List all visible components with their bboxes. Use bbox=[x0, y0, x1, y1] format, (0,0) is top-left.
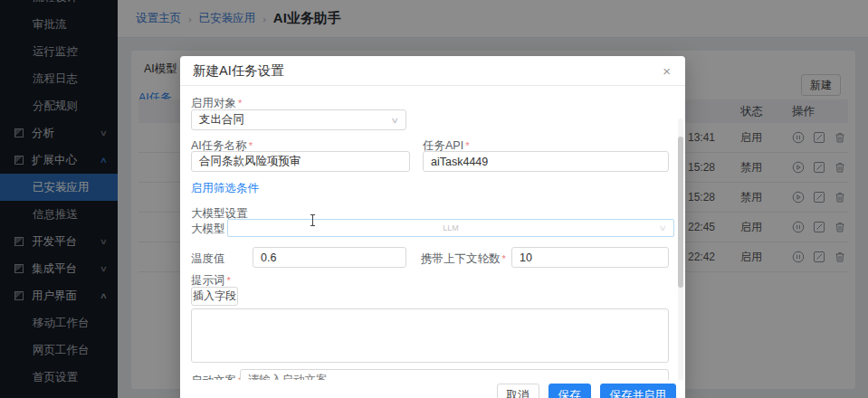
task-name-input[interactable] bbox=[191, 151, 410, 172]
save-button[interactable]: 保存 bbox=[548, 384, 591, 398]
text-cursor bbox=[312, 214, 313, 226]
modal-scrollbar-thumb[interactable] bbox=[678, 137, 683, 288]
close-icon[interactable]: × bbox=[663, 64, 671, 78]
temperature-label: 温度值 bbox=[191, 251, 225, 267]
field-label-text: 携带上下文轮数 bbox=[421, 252, 501, 265]
prompt-textarea[interactable] bbox=[191, 308, 669, 363]
insert-field-button[interactable]: 插入字段 bbox=[191, 287, 238, 306]
enable-target-select[interactable]: 支出合同 ∨ bbox=[191, 109, 406, 130]
context-rounds-input[interactable] bbox=[511, 247, 669, 268]
select-value: 支出合同 bbox=[199, 112, 244, 128]
new-ai-task-modal: 新建AI任务设置 × 启用对象* 支出合同 ∨ AI任务名称* 任务API* 启… bbox=[180, 56, 685, 398]
context-rounds-label: 携带上下文轮数* bbox=[421, 251, 506, 267]
required-mark: * bbox=[249, 140, 253, 151]
model-select[interactable]: LLM ∨ bbox=[227, 219, 674, 237]
model-label: 大模型* bbox=[191, 222, 231, 237]
model-select-value: LLM bbox=[443, 223, 459, 232]
required-mark: * bbox=[227, 275, 231, 286]
app-window: 流程设计 审批流 运行监控 流程日志 分配规则 分析 ∨ 扩展中心 ∧ 已安装应… bbox=[0, 0, 868, 398]
modal-body: 启用对象* 支出合同 ∨ AI任务名称* 任务API* 启用筛选条件 大模型设置… bbox=[180, 86, 685, 398]
field-label-text: AI任务名称 bbox=[191, 139, 247, 152]
required-mark: * bbox=[502, 253, 506, 264]
required-mark: * bbox=[465, 140, 469, 151]
enable-filter-link[interactable]: 启用筛选条件 bbox=[191, 181, 259, 196]
field-label-text: 大模型 bbox=[191, 223, 225, 235]
chevron-down-icon: ∨ bbox=[659, 223, 668, 232]
task-api-input[interactable] bbox=[423, 151, 669, 172]
field-label-text: 提示词 bbox=[191, 274, 225, 287]
modal-title: 新建AI任务设置 bbox=[193, 62, 284, 80]
field-label-text: 任务API bbox=[423, 139, 463, 152]
modal-header: 新建AI任务设置 × bbox=[180, 56, 685, 86]
cancel-button[interactable]: 取消 bbox=[497, 384, 539, 398]
chevron-down-icon: ∨ bbox=[391, 116, 400, 125]
temperature-input[interactable] bbox=[253, 247, 406, 268]
field-label-text: 启用对象 bbox=[191, 97, 236, 109]
save-and-enable-button[interactable]: 保存并启用 bbox=[600, 384, 677, 398]
field-label-text: 温度值 bbox=[191, 252, 225, 265]
required-mark: * bbox=[238, 98, 242, 109]
modal-footer: 取消 保存 保存并启用 bbox=[180, 380, 685, 398]
